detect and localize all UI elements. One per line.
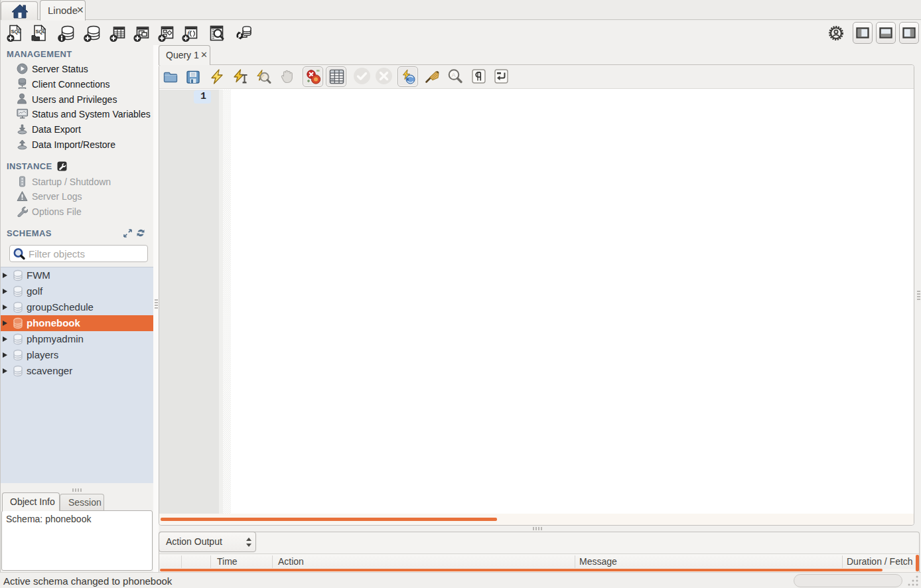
svg-text:SQL: SQL (11, 29, 22, 35)
svg-text:SQL: SQL (36, 29, 46, 35)
svg-text:A: A (452, 72, 456, 78)
